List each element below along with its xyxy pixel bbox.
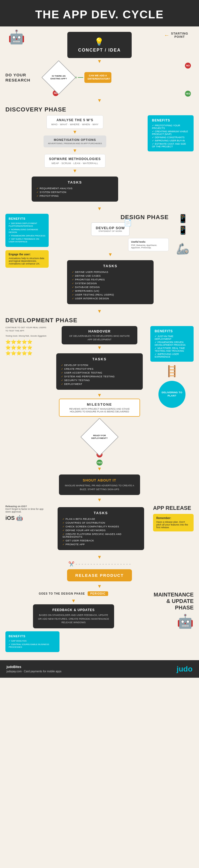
arrow-shout: ▼ [0, 497, 199, 503]
tablet-icon: 📱 [178, 225, 188, 235]
benefit-item: PROTOTYPING YOUR PROJECTS [152, 124, 189, 130]
releasing-label: Releasing on iOS? Don't forget to factor… [5, 505, 49, 513]
milestone-box: MILESTONE REVIEWS WITH PROJECT MANAGER(S… [59, 399, 140, 417]
task-item: SECURITY TESTING [61, 378, 138, 382]
research-section: DO YOUR RESEARCH → IS THERE AN EXISTING … [0, 65, 199, 97]
footer-logo: judo [176, 665, 193, 673]
task-item: SYSTEM DEFINITION [36, 190, 113, 194]
release-section: Releasing on iOS? Don't forget to factor… [0, 505, 199, 552]
design-section: BENEFITS DECIDING DEPLOYMENT PLATFORM/IN… [0, 214, 199, 306]
diamond-text: IS THERE AN EXISTING APP? [47, 74, 71, 82]
benefit-item: CENTRAL iOS/REUSABLE BUSINESS PROCESSES [9, 643, 56, 649]
analyse-box: ANALYSE THE 5 W'S WHO · WHAT · WHERE · W… [47, 115, 103, 129]
rating-stars-3: ⭐⭐⭐⭐⭐ [5, 350, 49, 356]
discovery-phase: DISCOVERY PHASE [0, 106, 199, 113]
delivering-box: DELIVERING TO PLAN? [159, 381, 186, 408]
concept-text: CONCEPT / IDEA [78, 48, 121, 53]
no-label-top: NO [185, 63, 191, 68]
maintenance-figure: 🤖 [177, 614, 194, 629]
testing-note: CONTINUE TO GET YOUR REAL USERS TO TEST … [5, 326, 49, 333]
task-item: GET USER FEEDBACK [62, 539, 139, 542]
footer: judoBites judopay.com · Card payments fo… [0, 660, 199, 678]
discovery-benefits-box: BENEFITS PROTOTYPING YOUR PROJECTS CREAT… [148, 115, 194, 151]
paper-icon: 📄 [124, 219, 132, 226]
development-section: CONTINUE TO GET YOUR REAL USERS TO TEST … [0, 326, 199, 458]
task-item: USER ACCEPTANCE TESTING [61, 371, 138, 375]
discovery-benefits-col: BENEFITS PROTOTYPING YOUR PROJECTS CREAT… [148, 115, 194, 151]
dev-left-col: CONTINUE TO GET YOUR REAL USERS TO TEST … [5, 326, 49, 356]
ladder-figure: 🪜 [150, 365, 194, 378]
starting-text1: STARTING [171, 32, 188, 35]
design-figure: 🦾 [176, 242, 190, 255]
task-item: CREATE PROTOTYPES [61, 367, 138, 371]
dev-benefits-box: BENEFITS JUST-IN-TIME DEPLOYMENT FRAMEWO… [150, 326, 194, 362]
shout-section: SHOUT ABOUT IT INVOLVE MARKETING, PR AND… [0, 474, 199, 495]
yes-badge-3: YES [96, 460, 103, 466]
arrow-down-4: ▼ [0, 309, 199, 314]
rating-stars: ⭐⭐⭐⭐⭐ [5, 339, 49, 344]
design-left-col: BENEFITS DECIDING DEPLOYMENT PLATFORM/IN… [5, 214, 49, 268]
arrow-maintenance: ▼ [71, 598, 76, 604]
brand-tagline: judopay.com · Card payments for mobile a… [6, 669, 61, 673]
maintenance-right: MAINTENANCE & UPDATE PHASE 🤖 [145, 591, 194, 629]
release-tasks-box: TASKS PLAN A BETA RELEASE COUNTRIES OF D… [58, 507, 144, 550]
yes-flow: YES CAN WE ADD A DIFFERENTIATOR? [72, 72, 111, 83]
starting-text2: POINT [171, 35, 188, 38]
arrow-handover: ▼ [97, 345, 102, 350]
maintenance-section: GOES TO THE DESIGN PHASE PERIODIC ▼ FEED… [0, 591, 199, 629]
arrow-down-3: ▼ [0, 206, 199, 212]
yes-ready-flow: YES ▼ [0, 460, 199, 472]
ready-diamond: READY FOR DEPLOYMENT? [86, 424, 113, 451]
dev-center-col: HANDOVER OF DELIVERABLES TO DEVELOPERS W… [52, 326, 147, 458]
no-badge: NO [185, 63, 191, 68]
benefit-item: DECIDING DEPLOYMENT PLATFORM/INTERFACE [9, 222, 46, 228]
task-item: DATABASE DESIGN [72, 285, 149, 289]
character-figure: 🤖 [8, 29, 25, 45]
dev-tasks-box: TASKS DEVELOP SYSTEM CREATE PROTOTYPES U… [56, 353, 143, 390]
differentiator-box: CAN WE ADD A DIFFERENTIATOR? [84, 72, 111, 83]
starting-label: ← STARTING POINT [164, 32, 188, 38]
development-phase-section: DEVELOPMENT PHASE [0, 317, 199, 324]
tools-box: Useful tools: PDF, Balsamiq, AppGlazer, … [128, 238, 169, 251]
arrow-down-2: ▼ [0, 98, 199, 103]
periodic-badge: PERIODIC [88, 591, 108, 596]
delivering-container: DELIVERING TO PLAN? [150, 381, 194, 408]
scissors-icon: ✂️ - - - - - - - - - - - - - - - - - - - [0, 561, 199, 567]
yes-below-canwe: YES [5, 91, 191, 97]
research-label: DO YOUR RESEARCH [5, 72, 40, 83]
arrow-release: ▼ [0, 554, 199, 560]
task-item: SYSTEM AND PERFORMANCE TESTING [61, 375, 138, 378]
engage-box: Engage the user: Animations help to stru… [5, 250, 49, 268]
discovery-tasks-box: TASKS REQUIREMENT ANALYSIS SYSTEM DEFINI… [32, 177, 118, 202]
existing-app-diamond: IS THERE AN EXISTING APP? [47, 65, 71, 90]
arrow-yes: ▼ [97, 466, 102, 472]
yes-badge: YES [185, 91, 191, 97]
dev-right-col: BENEFITS JUST-IN-TIME DEPLOYMENT FRAMEWO… [150, 326, 194, 408]
task-item: PLAN A BETA RELEASE [62, 517, 139, 521]
design-benefits-box: BENEFITS DECIDING DEPLOYMENT PLATFORM/IN… [5, 214, 49, 247]
task-item: REQUIREMENT ANALYSIS [36, 186, 113, 190]
task-item: CREATE PLATFORM SPECIFIC IMAGES AND SCRE… [62, 532, 139, 539]
dev-phase-label: DEVELOPMENT PHASE [5, 317, 194, 324]
infographic: THE APP DEV. CYCLE ← STARTING POINT 🤖 💡 … [0, 0, 199, 688]
task-item: DEPLOYMENT [61, 382, 138, 386]
task-item: USER TESTING (REAL USERS) [72, 293, 149, 297]
app-release-label: APP RELEASE [153, 505, 194, 511]
benefit-item: CREATING MINIMUM VIABLE PRODUCT (MVP) [152, 130, 189, 136]
benefit-item: GAP ANALYSIS [9, 640, 56, 643]
task-item: DEFINE YOUR APP KEYWORDS [62, 528, 139, 532]
arrow-down-1: ▼ [0, 59, 199, 64]
arrow-monetisation: ▼ [73, 148, 77, 154]
release-center-col: TASKS PLAN A BETA RELEASE COUNTRIES OF D… [52, 505, 150, 552]
benefit-item: MULTITIIER: REAL TIME TESTING AND TRACKI… [155, 346, 189, 352]
task-item: PROMOTE APP [62, 542, 139, 546]
release-right-col: APP RELEASE Remember: Have a release pla… [153, 505, 194, 531]
testing-tools: Testing tools: MoneyTalk, Soooto Eggplan… [5, 335, 49, 337]
design-center-col: DESIGN PHASE 📄 DEVELOP SOW STATEMENT OF … [52, 214, 169, 306]
concept-box: 💡 CONCEPT / IDEA [67, 32, 132, 58]
task-item: DEFINE USE CASES [72, 274, 149, 278]
remember-box: Remember: Have a release plan. Don't pit… [153, 514, 194, 531]
release-left-col: Releasing on iOS? Don't forget to factor… [5, 505, 49, 521]
arrow-design: ▼ [108, 252, 113, 257]
analyse-section: ANALYSE THE 5 W'S WHO · WHAT · WHERE · W… [0, 115, 199, 204]
